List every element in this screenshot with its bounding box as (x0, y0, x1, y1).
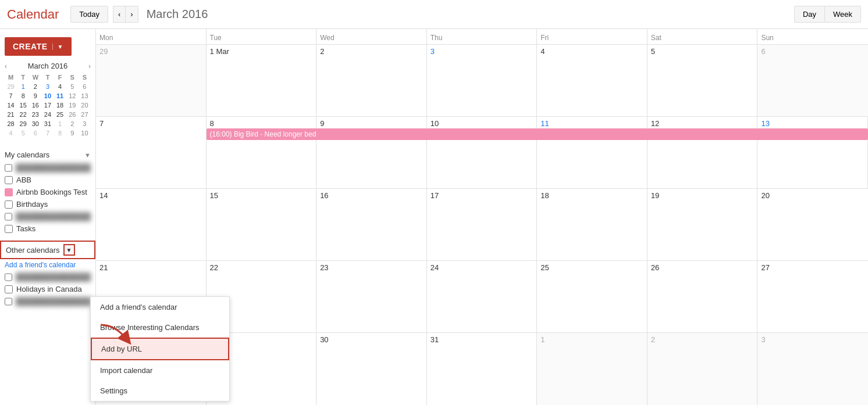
calendar-day[interactable]: 24 (427, 261, 538, 332)
mini-cal-day[interactable]: 10 (79, 128, 91, 138)
dropdown-menu-item[interactable]: Import calendar (91, 360, 229, 381)
prev-button[interactable]: ‹ (113, 6, 126, 23)
calendar-day[interactable]: 31 (427, 333, 538, 405)
mini-cal-day[interactable]: 27 (79, 110, 91, 119)
mini-cal-day[interactable]: 1 (54, 119, 66, 128)
calendar-day[interactable]: 20 (757, 189, 868, 260)
mini-cal-day[interactable]: 28 (5, 119, 17, 128)
mini-cal-day[interactable]: 9 (29, 91, 41, 101)
calendar-day[interactable]: 3 (427, 45, 538, 116)
calendar-day[interactable]: 1 (537, 333, 648, 405)
mini-cal-day[interactable]: 8 (54, 128, 66, 138)
mini-cal-day[interactable]: 3 (79, 119, 91, 128)
other-calendar-item[interactable]: Holidays in Canada (0, 283, 95, 295)
calendar-day[interactable]: 3 (757, 333, 868, 405)
mini-cal-day[interactable]: 17 (41, 101, 54, 110)
mini-cal-day[interactable]: 13 (79, 91, 91, 101)
calendar-day[interactable]: 30 (316, 333, 427, 405)
calendar-day[interactable]: 23 (316, 261, 427, 332)
other-calendars-arrow[interactable]: ▼ (63, 244, 75, 256)
my-calendar-item[interactable]: ABB (0, 174, 95, 186)
calendar-checkbox[interactable] (5, 285, 13, 293)
dropdown-menu-item[interactable]: Browse Interesting Calendars (91, 317, 229, 338)
mini-cal-day[interactable]: 6 (29, 128, 41, 138)
calendar-day[interactable]: 5 (648, 45, 758, 116)
calendar-day[interactable]: 29 (96, 45, 207, 116)
mini-cal-day[interactable]: 15 (17, 101, 29, 110)
other-calendar-item[interactable]: ██████████████ (0, 295, 95, 307)
dropdown-menu-item[interactable]: Add a friend's calendar (91, 297, 229, 317)
calendar-day[interactable]: 12 (648, 117, 758, 188)
dropdown-menu-item[interactable]: Settings (91, 381, 229, 401)
mini-cal-day[interactable]: 21 (5, 110, 17, 119)
calendar-day[interactable]: 18 (537, 189, 648, 260)
next-button[interactable]: › (126, 6, 138, 23)
calendar-event[interactable]: (16:00) Big Bird - Need longer bed (207, 128, 868, 140)
my-calendars-header[interactable]: My calendars ▼ (0, 148, 95, 162)
mini-cal-day[interactable]: 18 (54, 101, 66, 110)
mini-cal-day[interactable]: 30 (29, 119, 41, 128)
mini-cal-day[interactable]: 3 (41, 82, 54, 91)
calendar-checkbox[interactable] (5, 273, 12, 281)
dropdown-menu-item[interactable]: Add by URL (91, 338, 229, 360)
mini-cal-day[interactable]: 19 (66, 101, 79, 110)
calendar-day[interactable]: 2 (648, 333, 758, 405)
calendar-day[interactable]: 10 (427, 117, 538, 188)
calendar-day[interactable]: 2 (316, 45, 427, 116)
add-friend-link[interactable]: Add a friend's calendar (0, 259, 95, 271)
mini-cal-day[interactable]: 10 (41, 91, 54, 101)
calendar-checkbox[interactable] (5, 164, 12, 172)
other-calendars-header[interactable]: Other calendars ▼ (0, 241, 95, 259)
mini-cal-day[interactable]: 12 (66, 91, 79, 101)
mini-cal-day[interactable]: 11 (54, 91, 66, 101)
calendar-day[interactable]: 8 (207, 117, 317, 188)
mini-cal-day[interactable]: 7 (41, 128, 54, 138)
other-calendar-item[interactable]: ██████████████ (0, 271, 95, 283)
my-calendar-item[interactable]: Birthdays (0, 198, 95, 210)
mini-cal-day[interactable]: 16 (29, 101, 41, 110)
calendar-checkbox[interactable] (5, 225, 13, 233)
calendar-day[interactable]: 7 (96, 117, 207, 188)
my-calendar-item[interactable]: ██████████████ (0, 210, 95, 223)
calendar-day[interactable]: 9 (316, 117, 427, 188)
mini-cal-day[interactable]: 4 (54, 82, 66, 91)
calendar-checkbox[interactable] (5, 176, 13, 184)
mini-cal-day[interactable]: 26 (66, 110, 79, 119)
calendar-day[interactable]: 13 (757, 117, 868, 188)
mini-cal-day[interactable]: 14 (5, 101, 17, 110)
mini-cal-day[interactable]: 1 (17, 82, 29, 91)
calendar-day[interactable]: 4 (537, 45, 648, 116)
mini-cal-day[interactable]: 25 (54, 110, 66, 119)
calendar-checkbox[interactable] (5, 213, 12, 221)
mini-cal-day[interactable]: 20 (79, 101, 91, 110)
calendar-checkbox[interactable] (5, 298, 12, 306)
create-button[interactable]: CREATE ▼ (5, 37, 72, 56)
mini-cal-day[interactable]: 23 (29, 110, 41, 119)
today-button[interactable]: Today (70, 6, 108, 23)
mini-cal-day[interactable]: 24 (41, 110, 54, 119)
mini-cal-day[interactable]: 29 (17, 119, 29, 128)
mini-cal-day[interactable]: 31 (41, 119, 54, 128)
mini-cal-day[interactable]: 6 (79, 82, 91, 91)
mini-cal-day[interactable]: 2 (29, 82, 41, 91)
my-calendar-item[interactable]: Airbnb Bookings Test (0, 186, 95, 198)
day-view-button[interactable]: Day (794, 6, 825, 23)
calendar-day[interactable]: 19 (648, 189, 758, 260)
mini-cal-day[interactable]: 29 (5, 82, 17, 91)
mini-cal-day[interactable]: 22 (17, 110, 29, 119)
calendar-day[interactable]: 6 (757, 45, 868, 116)
calendar-day[interactable]: 11 (537, 117, 648, 188)
mini-cal-day[interactable]: 8 (17, 91, 29, 101)
mini-cal-day[interactable]: 7 (5, 91, 17, 101)
my-calendar-item[interactable]: ██████████████ (0, 162, 95, 174)
mini-cal-prev[interactable]: ‹ (5, 62, 7, 70)
mini-cal-day[interactable]: 4 (5, 128, 17, 138)
mini-cal-day[interactable]: 5 (17, 128, 29, 138)
calendar-day[interactable]: 17 (427, 189, 538, 260)
calendar-day[interactable]: 1 Mar (207, 45, 317, 116)
my-calendar-item[interactable]: Tasks (0, 223, 95, 235)
week-view-button[interactable]: Week (825, 6, 861, 23)
calendar-checkbox[interactable] (5, 200, 13, 209)
calendar-day[interactable]: 16 (316, 189, 427, 260)
create-dropdown-arrow[interactable]: ▼ (52, 44, 63, 50)
